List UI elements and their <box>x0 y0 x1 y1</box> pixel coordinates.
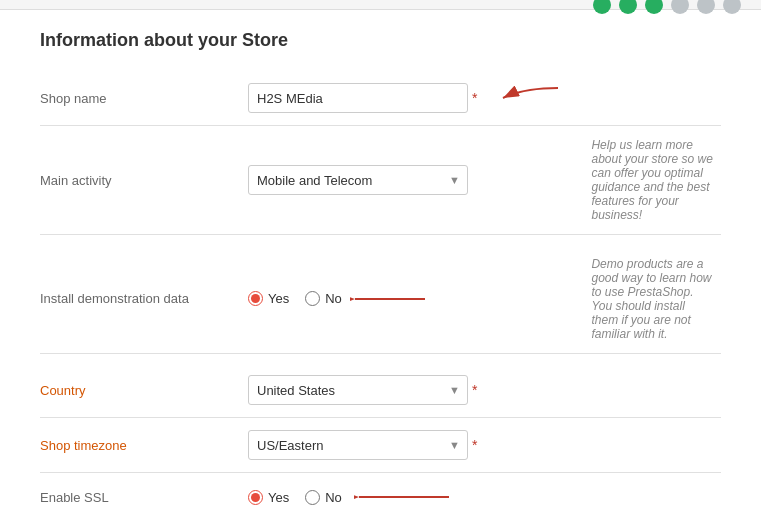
demo-data-arrow <box>350 287 430 311</box>
demo-data-input-cell: Yes No <box>240 245 571 354</box>
country-label: Country <box>40 363 240 418</box>
demo-data-radio-group: Yes No <box>248 291 342 306</box>
timezone-label: Shop timezone <box>40 418 240 473</box>
timezone-row: Shop timezone US/Eastern US/Pacific US/C… <box>40 418 721 473</box>
shop-name-input[interactable] <box>248 83 468 113</box>
ssl-yes-label[interactable]: Yes <box>248 490 289 505</box>
shop-name-help <box>571 71 721 126</box>
demo-data-yes-label[interactable]: Yes <box>248 291 289 306</box>
main-activity-input-cell: Mobile and Telecom Fashion Electronics F… <box>240 126 571 235</box>
ssl-input-cell: Yes No <box>240 473 571 521</box>
ssl-help <box>571 473 721 521</box>
country-required: * <box>472 382 477 398</box>
country-row: Country United States United Kingdom Fra… <box>40 363 721 418</box>
shop-name-arrow <box>483 84 563 112</box>
demo-data-row: Install demonstration data Yes No <box>40 245 721 354</box>
main-activity-row: Main activity Mobile and Telecom Fashion… <box>40 126 721 235</box>
form-table: Shop name * <box>40 71 721 520</box>
demo-data-no-radio[interactable] <box>305 291 320 306</box>
main-container: Information about your Store Shop name * <box>0 10 761 520</box>
timezone-select[interactable]: US/Eastern US/Pacific US/Central US/Moun… <box>248 430 468 460</box>
ssl-no-text: No <box>325 490 342 505</box>
timezone-help <box>571 418 721 473</box>
main-activity-help: Help us learn more about your store so w… <box>571 126 721 235</box>
demo-data-yes-radio[interactable] <box>248 291 263 306</box>
ssl-no-label[interactable]: No <box>305 490 342 505</box>
country-help <box>571 363 721 418</box>
demo-data-no-label[interactable]: No <box>305 291 342 306</box>
ssl-label: Enable SSL <box>40 473 240 521</box>
country-select-row: United States United Kingdom France Germ… <box>248 375 563 405</box>
timezone-select-wrapper: US/Eastern US/Pacific US/Central US/Moun… <box>248 430 468 460</box>
demo-data-radio-wrapper: Yes No <box>248 287 563 311</box>
country-select[interactable]: United States United Kingdom France Germ… <box>248 375 468 405</box>
country-select-wrapper: United States United Kingdom France Germ… <box>248 375 468 405</box>
shop-name-required: * <box>472 90 477 106</box>
top-bar <box>0 0 761 10</box>
ssl-radio-group: Yes No <box>248 490 342 505</box>
main-activity-label: Main activity <box>40 126 240 235</box>
ssl-yes-text: Yes <box>268 490 289 505</box>
timezone-input-cell: US/Eastern US/Pacific US/Central US/Moun… <box>240 418 571 473</box>
demo-data-label: Install demonstration data <box>40 245 240 354</box>
ssl-row: Enable SSL Yes No <box>40 473 721 521</box>
ssl-yes-radio[interactable] <box>248 490 263 505</box>
spacer-row2 <box>40 353 721 363</box>
ssl-arrow <box>354 485 454 509</box>
main-activity-select-wrapper: Mobile and Telecom Fashion Electronics F… <box>248 165 468 195</box>
demo-data-help: Demo products are a good way to learn ho… <box>571 245 721 354</box>
shop-name-label: Shop name <box>40 71 240 126</box>
ssl-no-radio[interactable] <box>305 490 320 505</box>
timezone-required: * <box>472 437 477 453</box>
main-activity-select[interactable]: Mobile and Telecom Fashion Electronics F… <box>248 165 468 195</box>
ssl-radio-wrapper: Yes No <box>248 485 563 509</box>
spacer-row <box>40 235 721 245</box>
demo-data-no-text: No <box>325 291 342 306</box>
shop-name-input-wrapper: * <box>248 83 563 113</box>
country-input-cell: United States United Kingdom France Germ… <box>240 363 571 418</box>
timezone-select-row: US/Eastern US/Pacific US/Central US/Moun… <box>248 430 563 460</box>
demo-data-yes-text: Yes <box>268 291 289 306</box>
shop-name-row: Shop name * <box>40 71 721 126</box>
section-title: Information about your Store <box>40 30 721 55</box>
shop-name-input-cell: * <box>240 71 571 126</box>
